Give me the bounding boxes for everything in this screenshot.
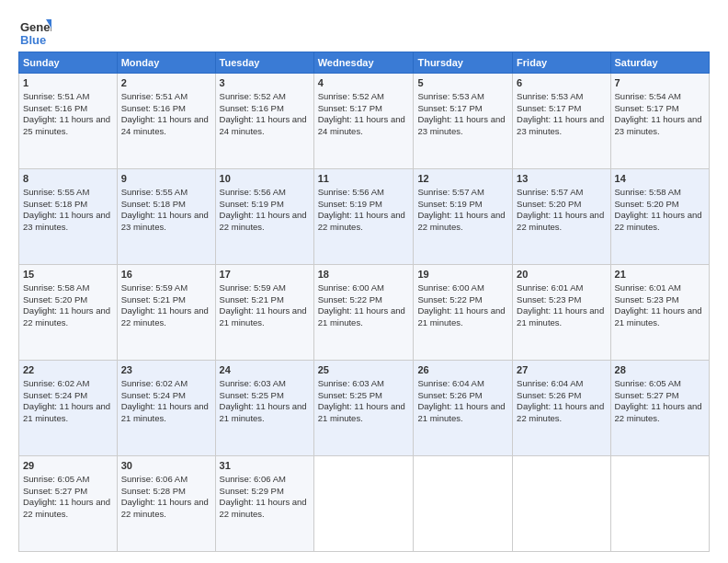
day-number: 20 [517, 268, 606, 282]
calendar-cell: 31Sunrise: 6:06 AMSunset: 5:29 PMDayligh… [215, 456, 313, 552]
day-number: 17 [220, 268, 310, 282]
page: General Blue SundayMondayTuesdayWednesda… [0, 0, 728, 563]
day-number: 7 [615, 76, 705, 90]
day-content: Sunrise: 5:58 AMSunset: 5:20 PMDaylight:… [615, 187, 702, 232]
day-content: Sunrise: 6:01 AMSunset: 5:23 PMDaylight:… [517, 282, 604, 327]
day-content: Sunrise: 5:57 AMSunset: 5:19 PMDaylight:… [417, 187, 505, 232]
calendar-header-friday: Friday [513, 52, 610, 74]
calendar-cell [513, 456, 610, 552]
day-content: Sunrise: 6:02 AMSunset: 5:24 PMDaylight:… [23, 378, 110, 423]
day-number: 5 [417, 76, 508, 90]
day-content: Sunrise: 5:51 AMSunset: 5:16 PMDaylight:… [121, 91, 209, 136]
calendar-cell: 19Sunrise: 6:00 AMSunset: 5:22 PMDayligh… [414, 265, 513, 361]
day-content: Sunrise: 6:03 AMSunset: 5:25 PMDaylight:… [318, 378, 405, 423]
day-number: 22 [23, 363, 113, 377]
calendar-cell: 9Sunrise: 5:55 AMSunset: 5:18 PMDaylight… [117, 169, 215, 265]
calendar-cell: 22Sunrise: 6:02 AMSunset: 5:24 PMDayligh… [19, 361, 118, 456]
day-content: Sunrise: 6:06 AMSunset: 5:28 PMDaylight:… [121, 474, 209, 519]
day-number: 16 [121, 268, 211, 282]
logo-icon: General Blue [18, 15, 51, 48]
day-number: 12 [417, 172, 508, 186]
calendar-cell: 6Sunrise: 5:53 AMSunset: 5:17 PMDaylight… [513, 74, 610, 169]
calendar-header-sunday: Sunday [19, 52, 118, 74]
day-content: Sunrise: 5:57 AMSunset: 5:20 PMDaylight:… [517, 187, 604, 232]
day-content: Sunrise: 5:56 AMSunset: 5:19 PMDaylight:… [318, 187, 405, 232]
day-number: 19 [417, 268, 508, 282]
day-number: 21 [615, 268, 705, 282]
calendar-cell [610, 456, 709, 552]
calendar-cell: 12Sunrise: 5:57 AMSunset: 5:19 PMDayligh… [414, 169, 513, 265]
calendar-cell: 26Sunrise: 6:04 AMSunset: 5:26 PMDayligh… [414, 361, 513, 456]
calendar-cell: 8Sunrise: 5:55 AMSunset: 5:18 PMDaylight… [19, 169, 118, 265]
day-number: 28 [615, 363, 705, 377]
day-content: Sunrise: 6:01 AMSunset: 5:23 PMDaylight:… [615, 282, 702, 327]
calendar-week-row: 29Sunrise: 6:05 AMSunset: 5:27 PMDayligh… [19, 456, 710, 552]
day-number: 24 [220, 363, 310, 377]
day-number: 13 [517, 172, 606, 186]
calendar-cell: 7Sunrise: 5:54 AMSunset: 5:17 PMDaylight… [610, 74, 709, 169]
day-number: 6 [517, 76, 606, 90]
day-content: Sunrise: 5:53 AMSunset: 5:17 PMDaylight:… [517, 91, 604, 136]
day-content: Sunrise: 6:06 AMSunset: 5:29 PMDaylight:… [220, 474, 307, 519]
day-number: 4 [318, 76, 410, 90]
calendar-cell: 11Sunrise: 5:56 AMSunset: 5:19 PMDayligh… [313, 169, 414, 265]
logo: General Blue [18, 15, 55, 48]
day-content: Sunrise: 5:53 AMSunset: 5:17 PMDaylight:… [417, 91, 505, 136]
day-content: Sunrise: 5:52 AMSunset: 5:17 PMDaylight:… [318, 91, 405, 136]
calendar-cell: 1Sunrise: 5:51 AMSunset: 5:16 PMDaylight… [19, 74, 118, 169]
calendar-cell: 14Sunrise: 5:58 AMSunset: 5:20 PMDayligh… [610, 169, 709, 265]
calendar-cell: 10Sunrise: 5:56 AMSunset: 5:19 PMDayligh… [215, 169, 313, 265]
calendar-week-row: 8Sunrise: 5:55 AMSunset: 5:18 PMDaylight… [19, 169, 710, 265]
day-content: Sunrise: 5:58 AMSunset: 5:20 PMDaylight:… [23, 282, 110, 327]
calendar-cell: 3Sunrise: 5:52 AMSunset: 5:16 PMDaylight… [215, 74, 313, 169]
day-number: 8 [23, 172, 113, 186]
calendar-cell: 28Sunrise: 6:05 AMSunset: 5:27 PMDayligh… [610, 361, 709, 456]
day-content: Sunrise: 5:55 AMSunset: 5:18 PMDaylight:… [23, 187, 110, 232]
day-content: Sunrise: 5:54 AMSunset: 5:17 PMDaylight:… [615, 91, 702, 136]
day-number: 26 [417, 363, 508, 377]
day-content: Sunrise: 5:56 AMSunset: 5:19 PMDaylight:… [220, 187, 307, 232]
day-number: 10 [220, 172, 310, 186]
calendar-header-row: SundayMondayTuesdayWednesdayThursdayFrid… [19, 52, 710, 74]
day-number: 18 [318, 268, 410, 282]
day-number: 1 [23, 76, 113, 90]
svg-text:Blue: Blue [20, 33, 46, 47]
day-number: 25 [318, 363, 410, 377]
day-number: 27 [517, 363, 606, 377]
calendar-week-row: 22Sunrise: 6:02 AMSunset: 5:24 PMDayligh… [19, 361, 710, 456]
calendar-cell: 21Sunrise: 6:01 AMSunset: 5:23 PMDayligh… [610, 265, 709, 361]
day-content: Sunrise: 5:52 AMSunset: 5:16 PMDaylight:… [220, 91, 307, 136]
day-number: 31 [220, 459, 310, 473]
day-content: Sunrise: 5:59 AMSunset: 5:21 PMDaylight:… [121, 282, 209, 327]
calendar-cell: 18Sunrise: 6:00 AMSunset: 5:22 PMDayligh… [313, 265, 414, 361]
day-content: Sunrise: 6:00 AMSunset: 5:22 PMDaylight:… [318, 282, 405, 327]
calendar-cell: 23Sunrise: 6:02 AMSunset: 5:24 PMDayligh… [117, 361, 215, 456]
day-content: Sunrise: 6:03 AMSunset: 5:25 PMDaylight:… [220, 378, 307, 423]
day-content: Sunrise: 5:59 AMSunset: 5:21 PMDaylight:… [220, 282, 307, 327]
day-number: 14 [615, 172, 705, 186]
calendar-cell: 29Sunrise: 6:05 AMSunset: 5:27 PMDayligh… [19, 456, 118, 552]
calendar-cell: 5Sunrise: 5:53 AMSunset: 5:17 PMDaylight… [414, 74, 513, 169]
calendar-cell: 16Sunrise: 5:59 AMSunset: 5:21 PMDayligh… [117, 265, 215, 361]
calendar-week-row: 1Sunrise: 5:51 AMSunset: 5:16 PMDaylight… [19, 74, 710, 169]
day-content: Sunrise: 6:04 AMSunset: 5:26 PMDaylight:… [517, 378, 604, 423]
calendar-cell [414, 456, 513, 552]
day-number: 11 [318, 172, 410, 186]
calendar-cell: 27Sunrise: 6:04 AMSunset: 5:26 PMDayligh… [513, 361, 610, 456]
day-content: Sunrise: 5:55 AMSunset: 5:18 PMDaylight:… [121, 187, 209, 232]
day-content: Sunrise: 5:51 AMSunset: 5:16 PMDaylight:… [23, 91, 110, 136]
calendar-cell: 25Sunrise: 6:03 AMSunset: 5:25 PMDayligh… [313, 361, 414, 456]
calendar-cell [313, 456, 414, 552]
day-number: 23 [121, 363, 211, 377]
calendar-header-thursday: Thursday [414, 52, 513, 74]
calendar-header-wednesday: Wednesday [313, 52, 414, 74]
calendar-cell: 24Sunrise: 6:03 AMSunset: 5:25 PMDayligh… [215, 361, 313, 456]
calendar-cell: 13Sunrise: 5:57 AMSunset: 5:20 PMDayligh… [513, 169, 610, 265]
day-content: Sunrise: 6:02 AMSunset: 5:24 PMDaylight:… [121, 378, 209, 423]
day-content: Sunrise: 6:04 AMSunset: 5:26 PMDaylight:… [417, 378, 505, 423]
day-number: 9 [121, 172, 211, 186]
calendar-cell: 4Sunrise: 5:52 AMSunset: 5:17 PMDaylight… [313, 74, 414, 169]
calendar-table: SundayMondayTuesdayWednesdayThursdayFrid… [18, 52, 710, 552]
day-number: 15 [23, 268, 113, 282]
calendar-cell: 30Sunrise: 6:06 AMSunset: 5:28 PMDayligh… [117, 456, 215, 552]
